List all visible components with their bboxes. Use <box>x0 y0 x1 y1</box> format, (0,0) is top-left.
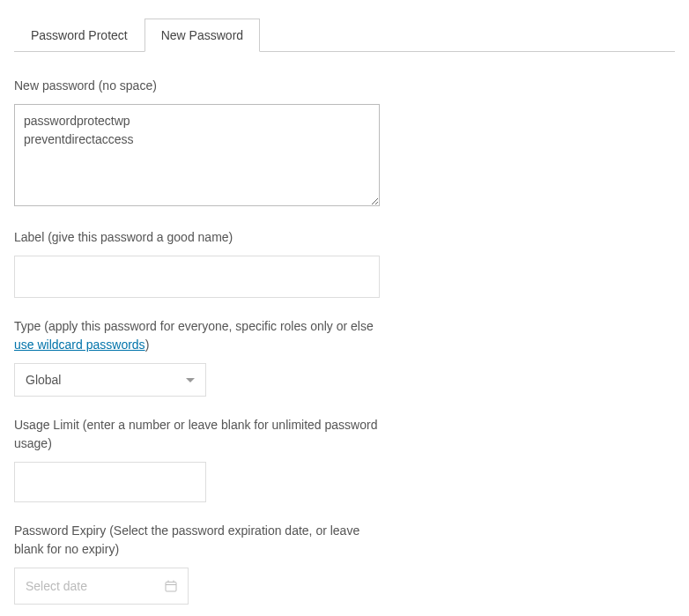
label-field-input[interactable] <box>14 256 380 298</box>
usage-limit-group: Usage Limit (enter a number or leave bla… <box>14 416 675 502</box>
caret-down-icon <box>186 378 195 382</box>
date-placeholder-text: Select date <box>26 579 87 593</box>
password-expiry-group: Password Expiry (Select the password exp… <box>14 522 675 605</box>
usage-limit-label: Usage Limit (enter a number or leave bla… <box>14 416 380 453</box>
type-field-label: Type (apply this password for everyone, … <box>14 317 380 354</box>
password-expiry-input[interactable]: Select date <box>14 568 189 605</box>
label-field-label: Label (give this password a good name) <box>14 228 675 247</box>
tabs-container: Password Protect New Password <box>14 18 675 52</box>
new-password-group: New password (no space) passwordprotectw… <box>14 77 675 209</box>
type-select[interactable]: Global <box>14 363 206 397</box>
tab-new-password[interactable]: New Password <box>144 19 260 52</box>
type-label-suffix: ) <box>145 338 150 352</box>
new-password-input[interactable]: passwordprotectwp preventdirectaccess <box>14 104 380 206</box>
type-label-prefix: Type (apply this password for everyone, … <box>14 319 374 333</box>
usage-limit-input[interactable] <box>14 462 206 502</box>
calendar-icon <box>165 580 177 592</box>
wildcard-passwords-link[interactable]: use wildcard passwords <box>14 338 145 352</box>
type-field-group: Type (apply this password for everyone, … <box>14 317 675 397</box>
password-expiry-label: Password Expiry (Select the password exp… <box>14 522 380 559</box>
tab-password-protect[interactable]: Password Protect <box>14 19 144 52</box>
new-password-label: New password (no space) <box>14 77 675 95</box>
type-select-value: Global <box>26 373 61 387</box>
label-field-group: Label (give this password a good name) <box>14 228 675 298</box>
svg-rect-0 <box>166 583 176 592</box>
